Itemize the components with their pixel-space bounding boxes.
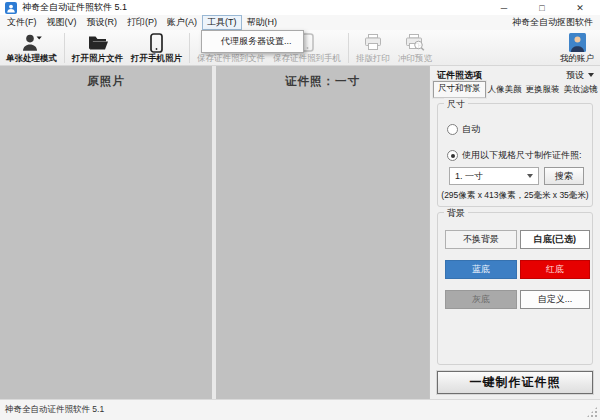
save-to-phone-label: 保存证件照到手机	[273, 53, 341, 64]
app-window: 神奇全自动证件照软件 5.1 ─ □ ✕ 文件(F) 视图(V) 预设(R) 打…	[0, 0, 600, 420]
tab-change-clothes[interactable]: 更换服装	[524, 83, 562, 98]
result-photo-title: 证件照：一寸	[216, 74, 429, 89]
save-to-file-label: 保存证件照到文件	[197, 53, 265, 64]
my-account-label: 我的账户	[560, 53, 594, 64]
menu-view[interactable]: 视图(V)	[42, 15, 82, 30]
menu-print[interactable]: 打印(P)	[122, 15, 162, 30]
avatar-icon	[569, 32, 586, 53]
radio-selected-icon[interactable]	[447, 150, 458, 161]
my-account-button[interactable]: 我的账户	[556, 31, 598, 65]
toolbar-separator	[64, 33, 65, 63]
background-buttons: 不换背景 白底(已选) 蓝底 红底 灰底 自定义...	[445, 230, 590, 309]
size-select-value: 1. 一寸	[455, 170, 483, 183]
size-legend: 尺寸	[444, 98, 468, 111]
make-id-photo-button[interactable]: 一键制作证件照	[437, 371, 593, 394]
menu-file[interactable]: 文件(F)	[2, 15, 42, 30]
window-title: 神奇全自动证件照软件 5.1	[22, 1, 127, 14]
open-phone-photo-label: 打开手机照片	[131, 53, 182, 64]
open-phone-photo-button[interactable]: 打开手机照片	[127, 31, 186, 65]
red-background-button[interactable]: 红底	[520, 260, 590, 279]
options-title: 证件照选项	[437, 69, 482, 82]
gray-background-button[interactable]: 灰底	[445, 290, 517, 309]
maximize-button[interactable]: □	[523, 0, 561, 15]
open-photo-file-button[interactable]: 打开照片文件	[68, 31, 127, 65]
chevron-down-icon	[527, 174, 533, 178]
menu-help[interactable]: 帮助(H)	[242, 15, 283, 30]
size-groupbox: 尺寸 自动 使用以下规格尺寸制作证件照: 1. 一寸 搜索	[437, 103, 593, 207]
single-mode-button[interactable]: 单张处理模式	[2, 31, 61, 65]
cutout-software-link[interactable]: 神奇全自动抠图软件	[505, 15, 600, 30]
preset-label: 预设	[566, 69, 584, 82]
blue-background-button[interactable]: 蓝底	[445, 260, 517, 279]
title-bar: 神奇全自动证件照软件 5.1 ─ □ ✕	[0, 0, 600, 15]
result-photo-pane: 证件照：一寸	[216, 66, 429, 399]
minimize-button[interactable]: ─	[485, 0, 523, 15]
open-photo-file-label: 打开照片文件	[72, 53, 123, 64]
search-button-label: 搜索	[555, 170, 573, 183]
printer-icon	[363, 32, 383, 53]
close-button[interactable]: ✕	[561, 0, 599, 15]
tab-beauty-filter[interactable]: 美妆滤镜	[562, 83, 600, 98]
size-select[interactable]: 1. 一寸	[449, 167, 539, 185]
options-tabs: 尺寸和背景 人像美颜 更换服装 美妆滤镜	[433, 82, 598, 98]
search-button[interactable]: 搜索	[544, 167, 584, 185]
layout-print-label: 排版打印	[356, 53, 390, 64]
print-preview-button: 冲印预览	[394, 31, 436, 65]
background-legend: 背景	[444, 207, 468, 220]
auto-size-radio[interactable]: 自动	[447, 123, 480, 136]
spec-size-label: 使用以下规格尺寸制作证件照:	[462, 149, 582, 162]
background-groupbox: 背景 不换背景 白底(已选) 蓝底 红底 灰底 自定义...	[437, 212, 593, 365]
toolbar-separator	[189, 33, 190, 63]
status-text: 神奇全自动证件照软件 5.1	[5, 404, 104, 416]
size-combo-row: 1. 一寸 搜索	[449, 167, 584, 185]
chevron-down-icon	[588, 73, 594, 77]
print-preview-label: 冲印预览	[398, 53, 432, 64]
custom-background-button[interactable]: 自定义...	[520, 290, 590, 309]
options-header: 证件照选项 预设	[437, 68, 594, 82]
size-dimensions-text: (295像素 x 413像素，25毫米 x 35毫米)	[438, 190, 592, 202]
menu-tools[interactable]: 工具(T) 代理服务器设置...	[202, 15, 242, 30]
phone-icon	[150, 32, 163, 53]
window-controls: ─ □ ✕	[485, 0, 599, 15]
single-mode-label: 单张处理模式	[6, 53, 57, 64]
status-bar: 神奇全自动证件照软件 5.1	[0, 399, 600, 420]
resize-grip-icon[interactable]	[586, 406, 598, 418]
white-background-button[interactable]: 白底(已选)	[520, 230, 590, 249]
radio-icon[interactable]	[447, 124, 458, 135]
options-panel: 证件照选项 预设 尺寸和背景 人像美颜 更换服装 美妆滤镜 尺寸 自动	[429, 66, 600, 399]
toolbar-separator	[348, 33, 349, 63]
tab-portrait-beauty[interactable]: 人像美颜	[486, 83, 524, 98]
tab-size-background[interactable]: 尺寸和背景	[433, 81, 486, 98]
tools-menu-popup: 代理服务器设置...	[201, 30, 304, 53]
menu-preset[interactable]: 预设(R)	[82, 15, 123, 30]
spec-size-radio[interactable]: 使用以下规格尺寸制作证件照:	[447, 149, 582, 162]
person-mode-icon	[21, 32, 43, 53]
no-change-background-button[interactable]: 不换背景	[445, 230, 517, 249]
original-photo-title: 原照片	[0, 74, 212, 89]
menu-item-proxy-settings[interactable]: 代理服务器设置...	[202, 31, 303, 52]
app-icon	[5, 2, 17, 14]
menu-account[interactable]: 账户(A)	[162, 15, 202, 30]
original-photo-pane: 原照片	[0, 66, 212, 399]
main-area: 原照片 证件照：一寸 证件照选项 预设 尺寸和背景 人像美颜 更换服装 美妆滤镜	[0, 66, 600, 399]
menu-bar: 文件(F) 视图(V) 预设(R) 打印(P) 账户(A) 工具(T) 代理服务…	[0, 15, 600, 30]
layout-print-button: 排版打印	[352, 31, 394, 65]
print-preview-icon	[405, 32, 425, 53]
auto-size-label: 自动	[462, 123, 480, 136]
folder-icon	[87, 32, 109, 53]
menu-tools-label: 工具(T)	[207, 16, 237, 29]
preset-dropdown-button[interactable]: 预设	[566, 69, 594, 82]
